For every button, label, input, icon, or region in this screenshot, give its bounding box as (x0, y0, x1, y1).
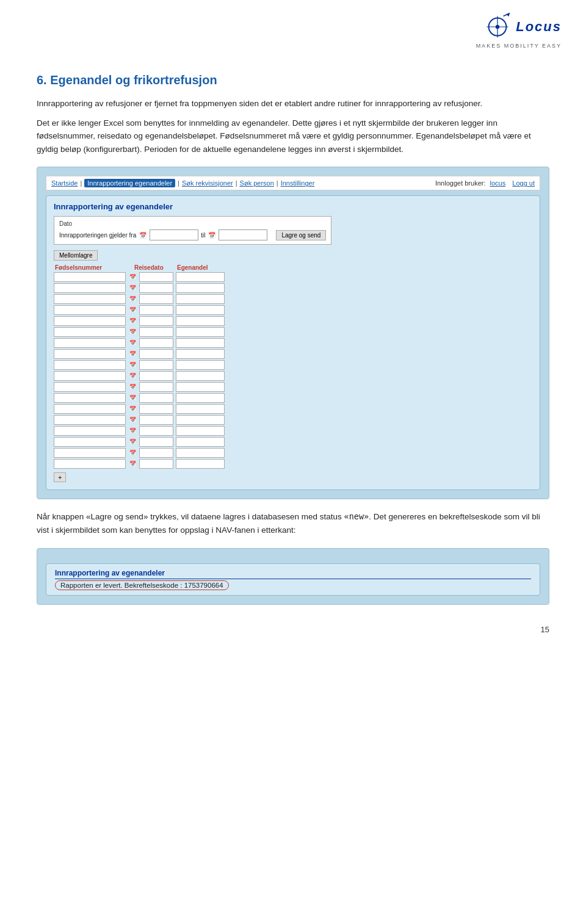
reisedato-input[interactable] (139, 294, 173, 304)
fodselsnummer-input[interactable] (54, 360, 126, 370)
reisedato-input[interactable] (139, 305, 173, 315)
reisedato-input[interactable] (139, 426, 173, 436)
egenandel-input[interactable] (176, 360, 225, 370)
reisedato-input[interactable] (139, 327, 173, 337)
egenandel-input[interactable] (176, 404, 225, 414)
row-cal-icon[interactable]: 📅 (128, 460, 137, 468)
mellomlagre-button[interactable]: Mellomlagre (54, 250, 98, 261)
egenandel-input[interactable] (176, 305, 225, 315)
reisedato-input[interactable] (139, 316, 173, 326)
row-cal-icon[interactable]: 📅 (128, 416, 137, 424)
nav-sok-rekvisisjoner[interactable]: Søk rekvisisjoner (182, 179, 233, 187)
fodselsnummer-input[interactable] (54, 272, 126, 282)
row-cal-icon[interactable]: 📅 (128, 328, 137, 336)
egenandel-input[interactable] (176, 415, 225, 425)
reisedato-input[interactable] (139, 393, 173, 403)
cal-icon-to[interactable]: 📅 (208, 231, 216, 239)
egenandel-input[interactable] (176, 338, 225, 348)
table-row: 📅 (54, 415, 532, 425)
reisedato-input[interactable] (139, 272, 173, 282)
row-cal-icon[interactable]: 📅 (128, 295, 137, 303)
row-cal-icon[interactable]: 📅 (128, 350, 137, 358)
fodselsnummer-input[interactable] (54, 393, 126, 403)
screenshot-box-2: Innrapportering av egenandeler Rapporten… (37, 548, 549, 605)
logo-area: Locus MAKES MOBILITY EASY (476, 12, 562, 49)
table-row: 📅 (54, 316, 532, 326)
nav-innstillinger[interactable]: Innstillinger (281, 179, 315, 187)
egenandel-input[interactable] (176, 448, 225, 458)
reisedato-input[interactable] (139, 459, 173, 469)
egenandel-input[interactable] (176, 327, 225, 337)
innlogget-label: Innlogget bruker: (435, 179, 486, 187)
fodselsnummer-input[interactable] (54, 294, 126, 304)
egenandel-input[interactable] (176, 382, 225, 392)
fodselsnummer-input[interactable] (54, 371, 126, 381)
row-cal-icon[interactable]: 📅 (128, 405, 137, 413)
egenandel-input[interactable] (176, 283, 225, 293)
fodselsnummer-input[interactable] (54, 349, 126, 359)
egenandel-input[interactable] (176, 316, 225, 326)
table-row: 📅 (54, 404, 532, 414)
row-cal-icon[interactable]: 📅 (128, 372, 137, 380)
reisedato-input[interactable] (139, 371, 173, 381)
row-cal-icon[interactable]: 📅 (128, 306, 137, 314)
egenandel-input[interactable] (176, 426, 225, 436)
fodselsnummer-input[interactable] (54, 437, 126, 447)
reisedato-input[interactable] (139, 404, 173, 414)
row-cal-icon[interactable]: 📅 (128, 449, 137, 457)
reisedato-input[interactable] (139, 448, 173, 458)
nav-innrapportering[interactable]: Innrapportering egenandeler (84, 179, 175, 187)
fodselsnummer-input[interactable] (54, 327, 126, 337)
add-row-button[interactable]: + (54, 472, 66, 482)
row-cal-icon[interactable]: 📅 (128, 361, 137, 369)
date-from-input[interactable] (150, 229, 198, 240)
reisedato-input[interactable] (139, 283, 173, 293)
fodselsnummer-input[interactable] (54, 316, 126, 326)
col-header-reisedato: Reisedato (134, 264, 177, 271)
egenandel-input[interactable] (176, 459, 225, 469)
cal-icon-from[interactable]: 📅 (139, 231, 147, 239)
egenandel-input[interactable] (176, 349, 225, 359)
row-cal-icon[interactable]: 📅 (128, 438, 137, 446)
row-cal-icon[interactable]: 📅 (128, 284, 137, 292)
row-cal-icon[interactable]: 📅 (128, 394, 137, 402)
fodselsnummer-input[interactable] (54, 459, 126, 469)
reisedato-input[interactable] (139, 415, 173, 425)
fodselsnummer-input[interactable] (54, 426, 126, 436)
fodselsnummer-input[interactable] (54, 448, 126, 458)
egenandel-input[interactable] (176, 437, 225, 447)
reisedato-input[interactable] (139, 382, 173, 392)
fodselsnummer-input[interactable] (54, 338, 126, 348)
row-cal-icon[interactable]: 📅 (128, 317, 137, 325)
fodselsnummer-input[interactable] (54, 305, 126, 315)
egenandel-input[interactable] (176, 294, 225, 304)
reisedato-input[interactable] (139, 349, 173, 359)
nav-sok-person[interactable]: Søk person (240, 179, 274, 187)
fodselsnummer-input[interactable] (54, 283, 126, 293)
fodselsnummer-input[interactable] (54, 415, 126, 425)
row-cal-icon[interactable]: 📅 (128, 339, 137, 347)
reisedato-input[interactable] (139, 338, 173, 348)
data-rows-container: 📅📅📅📅📅📅📅📅📅📅📅📅📅📅📅📅📅📅 (54, 272, 532, 469)
date-group: Dato Innrapporteringen gjelder fra 📅 til… (54, 216, 331, 245)
logo-text: Locus (516, 19, 562, 35)
til-label: til (201, 232, 205, 239)
row-cal-icon[interactable]: 📅 (128, 427, 137, 435)
egenandel-input[interactable] (176, 272, 225, 282)
nav-startside[interactable]: Startside (51, 179, 78, 187)
section-heading: 6. Egenandel og frikortrefusjon (37, 73, 549, 87)
row-cal-icon[interactable]: 📅 (128, 273, 137, 281)
inner-form-box: Innrapportering av egenandeler Dato Innr… (46, 195, 540, 490)
screenshot-box-1: Startside | Innrapportering egenandeler … (37, 167, 549, 499)
fodselsnummer-input[interactable] (54, 404, 126, 414)
egenandel-input[interactable] (176, 371, 225, 381)
nav-loggut[interactable]: Logg ut (512, 179, 535, 187)
reisedato-input[interactable] (139, 360, 173, 370)
fodselsnummer-input[interactable] (54, 382, 126, 392)
egenandel-input[interactable] (176, 393, 225, 403)
row-cal-icon[interactable]: 📅 (128, 383, 137, 391)
date-to-input[interactable] (219, 229, 267, 240)
reisedato-input[interactable] (139, 437, 173, 447)
page-number: 15 (541, 625, 549, 634)
lagre-send-button[interactable]: Lagre og send (276, 230, 326, 240)
